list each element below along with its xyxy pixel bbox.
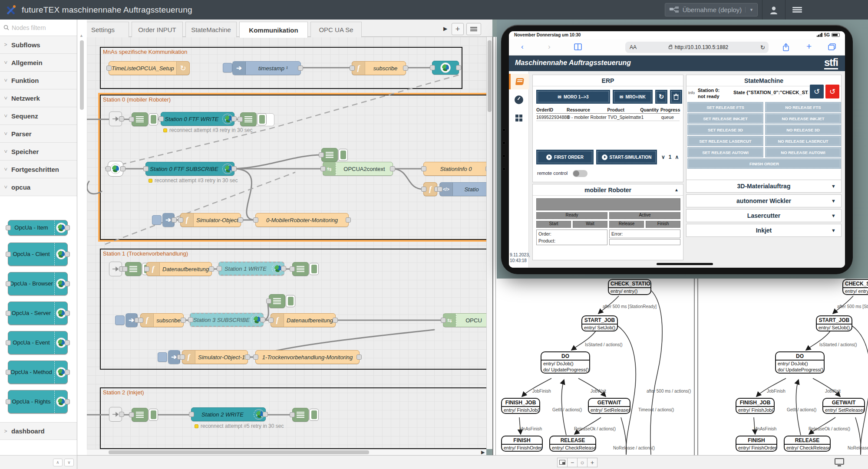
node-debug-1b[interactable] [292,262,319,276]
debug-toggle[interactable] [257,113,267,125]
node-trockenvorbehandlung-monitoring[interactable]: 1-Trockenvorbehandlung-Monitoring [255,350,360,364]
undo-button[interactable]: ↺ [810,85,824,98]
set-release-lasercut-button[interactable]: SET RELEASE LASERCUT [687,136,763,146]
set-release-3d-button[interactable]: SET RELEASE 3D [687,125,763,135]
node-simulator-object-0[interactable]: f Simulator-Object-0 [180,213,241,227]
inject-button[interactable] [223,63,232,72]
reset-button[interactable]: ↺ [825,85,839,98]
zoom-out-button[interactable]: − [567,458,578,467]
no-release-fts-button[interactable]: NO RELEASE FTS [765,102,841,112]
node-stationinfo-0[interactable]: StationInfo 0 [423,162,488,176]
node-function-small[interactable]: f [423,182,437,196]
node-debug-2b[interactable] [292,408,319,422]
debug-toggle[interactable] [309,263,319,275]
flow-list-button[interactable] [466,23,481,35]
node-opcua2context-cut[interactable]: ⇆ OPCU [443,313,492,327]
stepper-down-icon[interactable]: ∨ [661,154,665,160]
node-datenaufbereitung-2[interactable]: f Datenaufbereitung [271,313,336,327]
first-order-button[interactable]: FIRST ORDER [536,150,594,164]
node-station2-write[interactable]: Station 2 WRITE [191,407,266,421]
palette-category-dashboard[interactable]: >dashboard [0,422,77,440]
tab-statemachine[interactable]: StateMachine [185,22,237,37]
text-size-button[interactable]: AA [630,44,637,50]
new-tab-icon[interactable]: + [806,41,812,52]
node-opcua-circle[interactable] [108,161,123,177]
back-icon[interactable]: ‹ [521,43,524,51]
table-row[interactable]: 1699522934888 0 - mobiler Roboter TVO_Sp… [536,114,680,121]
forward-icon[interactable]: › [548,43,551,51]
node-debug-1c[interactable] [269,294,295,308]
node-debug-2a[interactable] [132,408,158,422]
collapse-categories-button[interactable]: ∧ [53,459,63,466]
navigator-button[interactable] [557,458,568,467]
canvas-vertical-scrollbar[interactable] [486,37,492,449]
palette-category-allgemein[interactable]: >Allgemein [0,54,77,72]
expand-categories-button[interactable]: ∨ [64,459,74,466]
node-timeliste-setup[interactable]: TimeListeOPCUA_Setup ↻ [109,61,190,75]
flow-canvas[interactable]: MnAs spezifische Kommunikation Station 0… [87,37,492,449]
start-simulation-button[interactable]: START-SIMULATION [596,150,657,164]
palette-category-subflows[interactable]: >Subflows [0,36,77,54]
set-release-inkjet-button[interactable]: SET RELEASE INKJET [687,113,763,124]
tab-order-input[interactable]: Order INPUT [132,22,183,37]
node-template-station[interactable]: </> Statio [439,182,491,196]
node-timestamp[interactable]: ➔ timestamp ¹ [232,61,301,75]
palette-search[interactable]: Nodes filtern [0,20,77,36]
scroll-thumb[interactable] [488,40,492,112]
scroll-thumb[interactable] [109,450,369,454]
debug-toggle[interactable] [286,295,295,307]
user-button[interactable] [765,3,782,17]
stepper-up-icon[interactable]: ∧ [675,154,679,160]
debug-toggle[interactable] [149,113,158,125]
panel-lasercutter[interactable]: Lasercutter▼ [686,209,842,222]
palette-node-opcua-event[interactable]: OpcUa - Event [8,331,68,354]
rail-tab-grid[interactable] [509,110,529,126]
palette-node-opcua-client[interactable]: OpcUa - Client [8,243,68,266]
debug-toggle[interactable] [338,149,348,161]
node-subscribe-a[interactable]: f subscribe [352,61,406,75]
node-subscribe-c[interactable]: f subscribe [140,313,184,327]
reload-icon[interactable]: ↻ [760,44,765,51]
debug-toggle[interactable] [149,409,158,421]
node-mobilerroboter-monitoring[interactable]: 0-MobilerRoboter-Monitoring [255,213,349,227]
node-inject-2[interactable]: ➔ [168,350,180,364]
inject-button[interactable] [115,315,125,325]
address-bar[interactable]: AA http://10.10.130.5:1882 ↻ [625,42,769,53]
palette-node-opcua-item[interactable]: OpcUa - Item [8,220,68,236]
node-opcua2context[interactable]: ⇆ OPCUA2context [323,162,393,176]
remote-control-toggle[interactable] [573,170,587,177]
node-debug-0c[interactable] [321,148,348,162]
no-release-inkjet-button[interactable]: NO RELEASE INKJET [765,113,841,124]
delete-button[interactable] [670,90,682,104]
moro-button[interactable]: ✉MORO 1-->3 [536,90,610,104]
node-station0-ftf-write[interactable]: Station 0 FTF WRITE [161,112,234,126]
palette-category-funktion[interactable]: >Funktion [0,72,77,89]
node-link-in-0[interactable] [109,112,122,126]
palette-category-opcua[interactable]: >opcua [0,178,77,196]
inject-button[interactable] [158,352,167,362]
node-debug-0a[interactable] [132,112,158,126]
no-release-lasercut-button[interactable]: NO RELEASE LASERCUT [765,136,841,146]
scroll-up-icon[interactable]: ▲ [79,33,83,38]
panel-3d-materialauftrag[interactable]: 3D-Materialauftrag▼ [686,180,842,193]
palette-category-parser[interactable]: >Parser [0,125,77,143]
palette-scrollbar[interactable]: ▲ [77,20,87,455]
panel-autonomer-wickler[interactable]: autonomer Wickler▼ [686,194,842,207]
rail-tab-gauge[interactable] [509,92,529,108]
zoom-in-button[interactable]: + [587,458,597,467]
panel-inkjet[interactable]: Inkjet▼ [686,224,842,237]
palette-category-sequenz[interactable]: >Sequenz [0,107,77,125]
tabs-icon[interactable] [828,43,836,50]
refresh-button[interactable]: ↻ [655,90,667,104]
no-release-autowi-button[interactable]: NO RELEASE AUTOWI [765,147,841,157]
quantity-stepper[interactable]: ∨ 1 ∧ [661,154,679,160]
no-release-3d-button[interactable]: NO RELEASE 3D [765,125,841,135]
sidebar-book-icon[interactable] [574,43,582,50]
rail-tab-erp[interactable] [509,74,529,89]
palette-category-fortgeschritten[interactable]: >Fortgeschritten [0,161,77,178]
node-station0-ftf-subscribe[interactable]: Station 0 FTF SUBSCRIBE [145,162,234,176]
palette-category-speicher[interactable]: >Speicher [0,143,77,161]
node-inject-0[interactable]: ➔ [162,213,175,227]
deploy-button[interactable]: Übernahme (deploy) ▾ [665,3,758,16]
main-menu-button[interactable] [789,3,806,17]
